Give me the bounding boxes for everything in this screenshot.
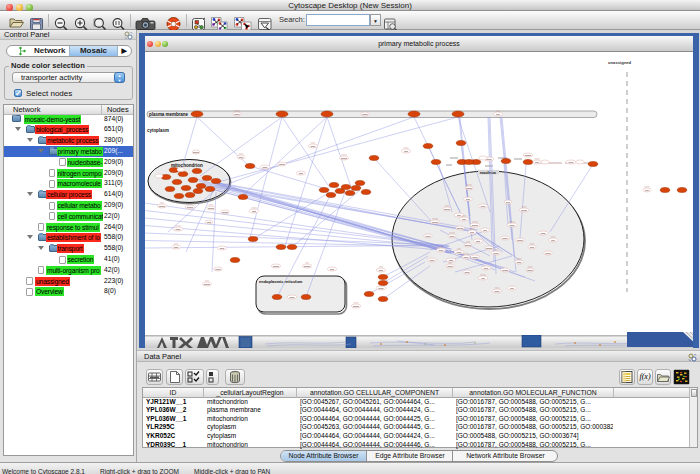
svg-text:cytoplasm: cytoplasm	[147, 128, 169, 133]
svg-text:mitochondrion: mitochondrion	[171, 163, 203, 168]
svg-text:plasma membrane: plasma membrane	[149, 112, 189, 117]
svg-text:endoplasmic reticulum: endoplasmic reticulum	[259, 279, 303, 284]
svg-text:unassigned: unassigned	[608, 60, 632, 65]
svg-text:nucleus: nucleus	[480, 170, 497, 175]
